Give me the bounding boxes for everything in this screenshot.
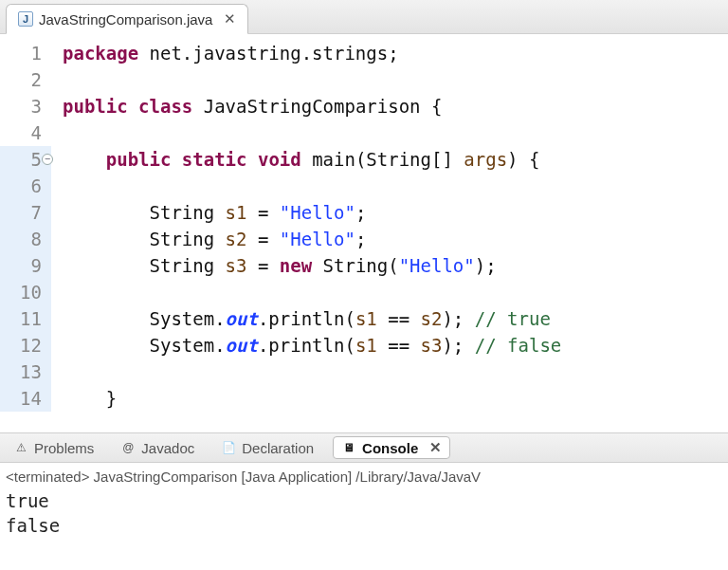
code-token-pl: System. (63, 335, 226, 356)
code-line[interactable] (51, 359, 728, 385)
line-number: 3 (0, 93, 51, 120)
code-token-pl: JavaStringComparison { (192, 96, 442, 117)
code-line[interactable] (51, 173, 728, 199)
code-token-pl: } (63, 388, 117, 409)
view-tab-label: Problems (34, 440, 94, 456)
line-number: 11 (0, 305, 51, 332)
code-line[interactable]: package net.javastring.strings; (51, 40, 728, 66)
code-token-pl: main(String[] (301, 149, 464, 170)
view-tab-label: Declaration (242, 440, 314, 456)
console-status: <terminated> JavaStringComparison [Java … (6, 469, 722, 485)
view-tab-console[interactable]: 🖥Console✕ (333, 436, 450, 459)
code-line[interactable]: public static void main(String[] args) { (51, 146, 728, 173)
code-token-brn: s3 (421, 335, 443, 356)
code-token-kw: void (258, 149, 301, 170)
code-token-kw: package (63, 43, 138, 64)
code-line[interactable]: public class JavaStringComparison { (51, 93, 728, 120)
code-token-brn: args (464, 149, 507, 170)
code-token-pl: = (246, 255, 279, 276)
code-token-pl: String( (312, 255, 399, 276)
line-number: 6 (0, 173, 51, 199)
console-output-line: false (6, 513, 722, 538)
code-line[interactable] (51, 120, 728, 146)
views-tabbar: ⚠︎Problems@Javadoc📄Declaration🖥Console✕ (0, 432, 728, 463)
console-icon: 🖥 (341, 440, 356, 455)
editor-body: 12345−67891011121314 package net.javastr… (0, 34, 728, 432)
line-number: 5− (0, 146, 51, 173)
code-token-cmt: // false (475, 335, 562, 356)
view-tab-label: Javadoc (141, 440, 194, 456)
code-token-pl: ; (355, 229, 366, 249)
code-token-pl: ); (442, 335, 474, 356)
code-line[interactable]: String s1 = "Hello"; (51, 199, 728, 226)
code-token-kw: new (280, 255, 312, 276)
warning-icon: ⚠︎ (13, 440, 28, 455)
code-token-pl: .println( (258, 308, 355, 329)
code-token-fld: out (226, 335, 258, 356)
code-line[interactable]: String s3 = new String("Hello"); (51, 252, 728, 279)
code-token-kw: static (182, 149, 247, 170)
fold-icon[interactable]: − (42, 154, 53, 165)
code-token-brn: s3 (226, 255, 247, 276)
code-token-pl: = (246, 229, 279, 249)
code-token-kw: public (106, 149, 172, 170)
code-line[interactable]: System.out.println(s1 == s3); // false (51, 332, 728, 359)
close-icon[interactable]: ✕ (429, 439, 442, 456)
code-line[interactable] (51, 66, 728, 93)
java-file-icon (18, 11, 33, 27)
code-token-pl: ; (355, 202, 366, 223)
code-token-pl: ); (442, 308, 474, 329)
close-icon[interactable]: ✕ (224, 10, 236, 28)
view-tab-problems[interactable]: ⚠︎Problems (6, 438, 101, 458)
code-token-pl: System. (63, 308, 226, 329)
code-token-cmt: // true (475, 308, 551, 329)
code-token-brn: s1 (355, 308, 377, 329)
line-number: 4 (0, 120, 51, 146)
view-tab-javadoc[interactable]: @Javadoc (113, 438, 202, 458)
code-token-pl (247, 149, 258, 170)
line-number: 12 (0, 332, 51, 359)
editor-code[interactable]: package net.javastring.strings;public cl… (51, 34, 728, 432)
code-token-pl: = (246, 202, 279, 223)
code-token-pl (128, 96, 138, 117)
code-token-pl: String (63, 255, 226, 276)
code-token-pl: String (63, 202, 226, 223)
code-line[interactable]: String s2 = "Hello"; (51, 226, 728, 252)
code-token-str: "Hello" (280, 229, 355, 249)
editor-tab-active[interactable]: JavaStringComparison.java ✕ (6, 4, 248, 34)
code-token-pl (63, 149, 106, 170)
code-token-str: "Hello" (399, 255, 475, 276)
at-icon: @ (120, 440, 136, 455)
line-number: 14 (0, 385, 51, 412)
code-token-kw: class (138, 96, 192, 117)
declaration-icon: 📄 (221, 440, 236, 455)
view-tab-label: Console (362, 440, 418, 456)
code-line[interactable]: System.out.println(s1 == s2); // true (51, 305, 728, 332)
code-token-fld: out (226, 308, 258, 329)
line-number: 13 (0, 359, 51, 385)
line-number: 8 (0, 226, 51, 252)
code-token-brn: s2 (226, 229, 247, 249)
line-number: 9 (0, 252, 51, 279)
code-token-str: "Hello" (280, 202, 355, 223)
line-number: 10 (0, 279, 51, 305)
code-line[interactable] (51, 279, 728, 305)
code-token-brn: s1 (355, 335, 377, 356)
code-token-pl: net.javastring.strings; (138, 43, 399, 64)
code-token-pl: == (377, 308, 421, 329)
editor-tabbar: JavaStringComparison.java ✕ (0, 0, 728, 34)
view-tab-declaration[interactable]: 📄Declaration (213, 438, 321, 458)
code-token-pl: == (377, 335, 421, 356)
line-number: 2 (0, 66, 51, 93)
code-line[interactable]: } (51, 385, 728, 412)
editor-tab-title: JavaStringComparison.java (39, 11, 212, 28)
line-number: 7 (0, 199, 51, 226)
console-output: truefalse (6, 485, 722, 538)
code-token-brn: s1 (226, 202, 247, 223)
code-token-pl: .println( (258, 335, 355, 356)
code-token-pl: ) { (507, 149, 539, 170)
code-token-pl: String (63, 229, 226, 249)
code-token-brn: s2 (421, 308, 443, 329)
line-number: 1 (0, 40, 51, 66)
code-token-kw: public (63, 96, 128, 117)
